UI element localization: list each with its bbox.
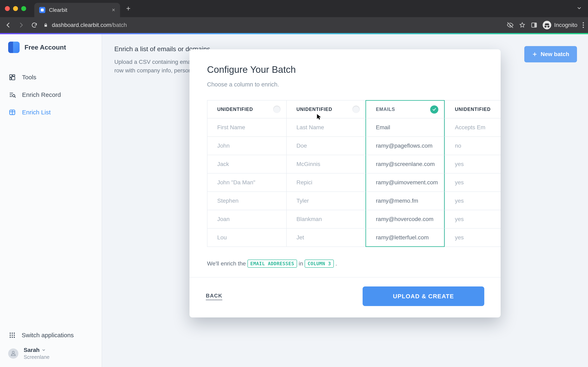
upload-create-button[interactable]: UPLOAD & CREATE bbox=[363, 286, 484, 306]
browser-tab[interactable]: Clearbit × bbox=[34, 3, 120, 17]
svg-point-9 bbox=[12, 333, 13, 334]
grid-icon bbox=[8, 74, 16, 81]
url-field[interactable]: dashboard.clearbit.com/batch bbox=[43, 22, 502, 28]
tabs-overflow-icon[interactable] bbox=[577, 6, 582, 12]
user-menu[interactable]: Sarah Screenlane bbox=[0, 343, 102, 360]
svg-point-10 bbox=[14, 333, 15, 334]
apps-grid-icon bbox=[8, 332, 16, 339]
sidebar-item-tools[interactable]: Tools bbox=[0, 68, 102, 86]
switch-applications[interactable]: Switch applications bbox=[0, 327, 102, 343]
column-field-name: Email bbox=[365, 118, 445, 137]
table-cell: Doe bbox=[286, 137, 365, 155]
enrich-summary: We'll enrich the EMAIL ADDRESSES in COLU… bbox=[190, 247, 501, 277]
tab-close-icon[interactable]: × bbox=[112, 7, 115, 13]
table-cell: Jack bbox=[207, 155, 286, 174]
user-org: Screenlane bbox=[24, 354, 49, 360]
tab-title: Clearbit bbox=[49, 7, 108, 13]
search-list-icon bbox=[8, 91, 16, 98]
app-root: Free Account Tools Enrich Record Enrich … bbox=[0, 34, 588, 367]
lock-icon bbox=[43, 23, 48, 27]
column-header-label: UNIDENTIFIED bbox=[296, 107, 332, 112]
close-window-button[interactable] bbox=[5, 6, 10, 11]
table-cell: Tyler bbox=[286, 192, 365, 210]
user-name-row: Sarah bbox=[24, 347, 49, 353]
user-meta: Sarah Screenlane bbox=[24, 347, 49, 360]
tab-bar: Clearbit × + bbox=[0, 0, 588, 17]
switch-apps-label: Switch applications bbox=[22, 332, 74, 339]
table-cell: ramy@uimovement.com bbox=[365, 174, 445, 192]
user-name: Sarah bbox=[24, 347, 40, 353]
chevron-down-icon bbox=[42, 348, 46, 352]
tab-favicon-icon bbox=[39, 7, 45, 13]
back-button[interactable] bbox=[4, 21, 12, 29]
sidebar-item-enrich-record[interactable]: Enrich Record bbox=[0, 86, 102, 104]
incognito-indicator[interactable]: Incognito bbox=[543, 21, 577, 29]
url-text: dashboard.clearbit.com/batch bbox=[52, 22, 127, 28]
panel-icon[interactable] bbox=[531, 22, 537, 28]
browser-menu-button[interactable] bbox=[583, 22, 584, 28]
column-1[interactable]: UNIDENTIFIEDLast NameDoeMcGinnisRepiciTy… bbox=[286, 100, 365, 247]
radio-empty-icon[interactable] bbox=[273, 106, 281, 113]
sidebar-item-enrich-list[interactable]: Enrich List bbox=[0, 104, 102, 121]
app-logo-icon bbox=[8, 42, 20, 53]
column-field-name: First Name bbox=[207, 118, 286, 137]
modal-title: Configure Your Batch bbox=[207, 64, 483, 75]
svg-point-14 bbox=[9, 337, 11, 338]
column-header-label: UNIDENTIFIED bbox=[217, 107, 253, 112]
new-tab-button[interactable]: + bbox=[126, 4, 130, 13]
table-cell: ramy@letterfuel.com bbox=[365, 229, 445, 247]
column-header[interactable]: UNIDENTIFIED bbox=[445, 100, 501, 118]
address-bar: dashboard.clearbit.com/batch Incognito bbox=[0, 17, 588, 33]
table-cell: Stephen bbox=[207, 192, 286, 210]
check-circle-icon bbox=[430, 105, 438, 114]
account-header[interactable]: Free Account bbox=[0, 34, 102, 60]
svg-point-15 bbox=[12, 337, 13, 338]
table-cell: ramy@hovercode.com bbox=[365, 210, 445, 229]
account-label: Free Account bbox=[25, 44, 66, 51]
configure-batch-modal: Configure Your Batch Choose a column to … bbox=[190, 49, 501, 317]
sidebar-item-label: Tools bbox=[22, 74, 36, 81]
plus-icon bbox=[532, 52, 537, 57]
radio-empty-icon[interactable] bbox=[352, 106, 360, 113]
table-cell: John "Da Man" bbox=[207, 174, 286, 192]
column-0[interactable]: UNIDENTIFIEDFirst NameJohnJackJohn "Da M… bbox=[207, 100, 286, 247]
maximize-window-button[interactable] bbox=[21, 6, 26, 11]
table-cell: Jet bbox=[286, 229, 365, 247]
column-3[interactable]: UNIDENTIFIEDAccepts Emnoyesyesyesyesyes bbox=[445, 100, 501, 247]
forward-button[interactable] bbox=[17, 21, 25, 29]
new-batch-button[interactable]: New batch bbox=[524, 46, 577, 62]
reload-button[interactable] bbox=[30, 21, 38, 29]
browser-chrome: Clearbit × + dashboard.clearbit.com/batc… bbox=[0, 0, 588, 34]
enrich-column-badge: COLUMN 3 bbox=[305, 259, 334, 268]
enrich-type-badge: EMAIL ADDRESSES bbox=[247, 259, 297, 268]
sidebar-item-label: Enrich Record bbox=[22, 91, 61, 98]
table-cell: yes bbox=[445, 192, 501, 210]
svg-rect-4 bbox=[9, 77, 11, 80]
browser-actions: Incognito bbox=[507, 21, 584, 29]
table-cell: yes bbox=[445, 229, 501, 247]
table-cell: yes bbox=[445, 174, 501, 192]
star-icon[interactable] bbox=[519, 22, 526, 28]
svg-point-16 bbox=[14, 337, 15, 338]
column-field-name: Accepts Em bbox=[445, 118, 501, 137]
back-button[interactable]: BACK bbox=[206, 292, 222, 300]
column-header-label: UNIDENTIFIED bbox=[455, 107, 491, 112]
sidebar: Free Account Tools Enrich Record Enrich … bbox=[0, 34, 102, 367]
eye-off-icon[interactable] bbox=[507, 22, 514, 29]
sidebar-footer: Switch applications Sarah Screenlane bbox=[0, 323, 102, 367]
svg-point-12 bbox=[12, 334, 13, 336]
table-cell: Joan bbox=[207, 210, 286, 229]
modal-subtitle: Choose a column to enrich. bbox=[207, 81, 483, 88]
column-header[interactable]: UNIDENTIFIED bbox=[207, 100, 286, 118]
column-2[interactable]: EMAILSEmailramy@pageflows.comramy@screen… bbox=[365, 100, 445, 247]
table-cell: no bbox=[445, 137, 501, 155]
column-header[interactable]: UNIDENTIFIED bbox=[286, 100, 365, 118]
svg-point-11 bbox=[9, 334, 11, 336]
column-header[interactable]: EMAILS bbox=[365, 100, 445, 118]
table-cell: yes bbox=[445, 210, 501, 229]
incognito-avatar-icon bbox=[543, 21, 551, 29]
svg-point-8 bbox=[9, 333, 11, 334]
minimize-window-button[interactable] bbox=[13, 6, 18, 11]
table-cell: ramy@screenlane.com bbox=[365, 155, 445, 174]
table-cell: Lou bbox=[207, 229, 286, 247]
